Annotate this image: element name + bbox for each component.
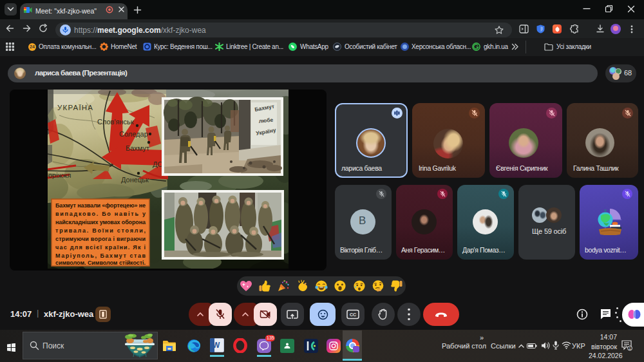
svg-text:CC: CC (350, 312, 356, 317)
svg-text:Бахмут: Бахмут (126, 144, 149, 152)
svg-text:Донецьк: Донецьк (121, 176, 149, 184)
svg-text:час для всієї країни. Як і: час для всієї країни. Як і (55, 244, 146, 251)
svg-text:1: 1 (629, 347, 630, 350)
svg-text:оріжжя: оріжжя (48, 171, 71, 179)
svg-text:Слов'янськ: Слов'янськ (97, 118, 134, 126)
svg-text:УКРАЇНА: УКРАЇНА (57, 104, 93, 111)
svg-text:ДО: ДО (153, 160, 163, 168)
svg-text:Маріуполь, Бахмут став: Маріуполь, Бахмут став (55, 252, 146, 259)
svg-text:тривала. Воїни стояли,: тривала. Воїни стояли, (55, 227, 146, 234)
svg-text:символом. Символом стійкості.: символом. Символом стійкості. (55, 260, 146, 266)
svg-text:Бахмут назвали «фортецею» не: Бахмут назвали «фортецею» не (55, 202, 146, 209)
svg-text:найскладніших умовах оборона: найскладніших умовах оборона (55, 219, 146, 225)
svg-text:Соледар: Соледар (119, 130, 148, 138)
svg-text:випадково. Бо навіть у: випадково. Бо навіть у (55, 211, 146, 217)
svg-text:стримуючи ворога і виграючи: стримуючи ворога і виграючи (55, 236, 146, 242)
